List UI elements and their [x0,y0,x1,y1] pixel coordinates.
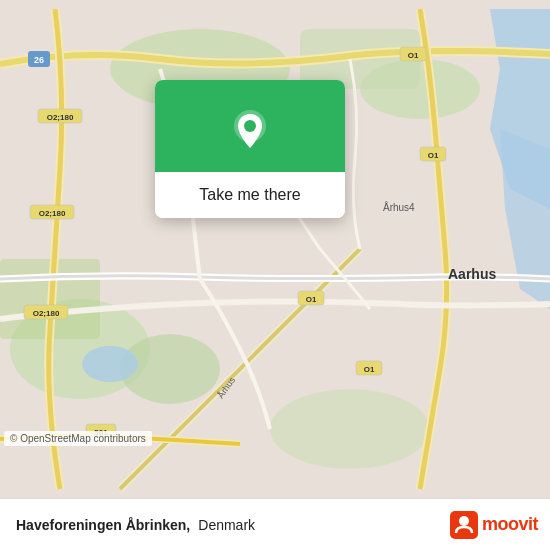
bottom-bar: Haveforeningen Åbrinken, Denmark moovit [0,498,550,550]
map-attribution: © OpenStreetMap contributors [4,431,152,446]
map-area: 26 O2;180 O2;180 O2;180 O1 O1 O1 O1 501 … [0,0,550,498]
svg-text:26: 26 [34,55,44,65]
moovit-brand-text: moovit [482,514,538,535]
svg-text:O2;180: O2;180 [47,113,74,122]
svg-point-6 [270,389,430,469]
svg-text:Århus4: Århus4 [383,201,415,213]
location-name: Haveforeningen Åbrinken, [16,517,190,533]
svg-point-8 [82,346,138,382]
take-me-there-button[interactable]: Take me there [155,172,345,218]
moovit-logo: moovit [450,511,538,539]
svg-text:O2;180: O2;180 [33,309,60,318]
svg-text:Aarhus: Aarhus [448,266,496,282]
moovit-brand-icon [450,511,478,539]
svg-point-31 [244,120,256,132]
location-card: Take me there [155,80,345,218]
svg-text:O1: O1 [306,295,317,304]
location-pin-icon [228,108,272,152]
svg-text:O1: O1 [408,51,419,60]
svg-text:O2;180: O2;180 [39,209,66,218]
svg-point-33 [459,516,469,526]
svg-text:O1: O1 [364,365,375,374]
svg-text:O1: O1 [428,151,439,160]
card-header [155,80,345,172]
map-background: 26 O2;180 O2;180 O2;180 O1 O1 O1 O1 501 … [0,0,550,498]
app: 26 O2;180 O2;180 O2;180 O1 O1 O1 O1 501 … [0,0,550,550]
location-country: Denmark [198,517,255,533]
